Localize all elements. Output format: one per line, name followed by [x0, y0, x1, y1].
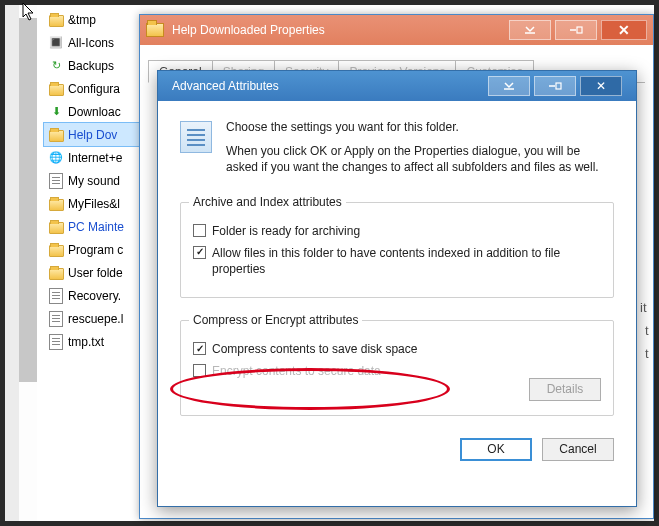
checkbox-archive[interactable]	[193, 224, 206, 237]
globe-icon: 🌐	[48, 150, 64, 166]
checkbox-compress-label: Compress contents to save disk space	[212, 341, 417, 357]
tree-item-label: Recovery.	[68, 289, 121, 303]
advanced-attributes-dialog: Advanced Attributes ✕ Choose the setting…	[157, 70, 637, 507]
tree-item-label: Help Dov	[68, 128, 117, 142]
folder-icon	[48, 81, 64, 97]
folder-icon	[48, 242, 64, 258]
advanced-intro: Choose the settings you want for this fo…	[226, 119, 614, 184]
titlebar-button[interactable]	[534, 76, 576, 96]
titlebar-button[interactable]	[488, 76, 530, 96]
details-button[interactable]: Details	[529, 378, 601, 401]
tree-item-label: User folde	[68, 266, 123, 280]
titlebar-button[interactable]	[509, 20, 551, 40]
svg-rect-2	[577, 27, 582, 33]
checkbox-encrypt-label: Encrypt contents to secure data	[212, 363, 381, 379]
icons-icon: 🔳	[48, 35, 64, 51]
titlebar-button[interactable]	[555, 20, 597, 40]
svg-rect-5	[556, 83, 561, 89]
ok-button[interactable]: OK	[460, 438, 532, 461]
properties-titlebar[interactable]: Help Downloaded Properties ✕	[140, 15, 653, 45]
checkbox-compress[interactable]	[193, 342, 206, 355]
file-icon	[48, 334, 64, 350]
cancel-button[interactable]: Cancel	[542, 438, 614, 461]
file-icon	[48, 173, 64, 189]
compress-encrypt-group: Compress or Encrypt attributes Compress …	[180, 320, 614, 415]
tree-item-label: Backups	[68, 59, 114, 73]
group-legend: Compress or Encrypt attributes	[189, 313, 362, 327]
folder-icon	[48, 12, 64, 28]
checkbox-archive-label: Folder is ready for archiving	[212, 223, 360, 239]
tree-item-label: My sound	[68, 174, 120, 188]
folder-icon	[48, 265, 64, 281]
tree-item-label: Downloac	[68, 105, 121, 119]
archive-index-group: Archive and Index attributes Folder is r…	[180, 202, 614, 299]
tree-item-label: Program c	[68, 243, 123, 257]
close-button[interactable]: ✕	[601, 20, 647, 40]
advanced-title-text: Advanced Attributes	[172, 79, 279, 93]
advanced-titlebar[interactable]: Advanced Attributes ✕	[158, 71, 636, 101]
group-legend: Archive and Index attributes	[189, 195, 346, 209]
checkbox-encrypt[interactable]	[193, 364, 206, 377]
tree-item-label: MyFiles&l	[68, 197, 120, 211]
gutter	[5, 5, 19, 521]
tree-item-label: Internet+e	[68, 151, 122, 165]
folder-icon	[146, 23, 164, 37]
checkbox-index-label: Allow files in this folder to have conte…	[212, 245, 601, 277]
tree-item-label: PC Mainte	[68, 220, 124, 234]
file-icon	[48, 311, 64, 327]
tree-item-label: rescuepe.l	[68, 312, 123, 326]
checkbox-index[interactable]	[193, 246, 206, 259]
folder-icon	[48, 127, 64, 143]
folder-icon	[48, 196, 64, 212]
bg-text: it	[640, 300, 647, 315]
settings-list-icon	[180, 121, 212, 153]
intro-line-2: When you click OK or Apply on the Proper…	[226, 143, 614, 175]
tree-item-label: Configura	[68, 82, 120, 96]
bg-text: t	[645, 346, 649, 361]
refresh-icon: ↻	[48, 58, 64, 74]
tree-item-label: &tmp	[68, 13, 96, 27]
folder-icon	[48, 219, 64, 235]
bg-text: t	[645, 323, 649, 338]
tree-item-label: All-Icons	[68, 36, 114, 50]
scrollbar-track[interactable]	[19, 18, 37, 382]
file-icon	[48, 288, 64, 304]
tree-item-label: tmp.txt	[68, 335, 104, 349]
intro-line-1: Choose the settings you want for this fo…	[226, 119, 614, 135]
close-button[interactable]: ✕	[580, 76, 622, 96]
download-icon: ⬇	[48, 104, 64, 120]
properties-title-text: Help Downloaded Properties	[172, 23, 325, 37]
